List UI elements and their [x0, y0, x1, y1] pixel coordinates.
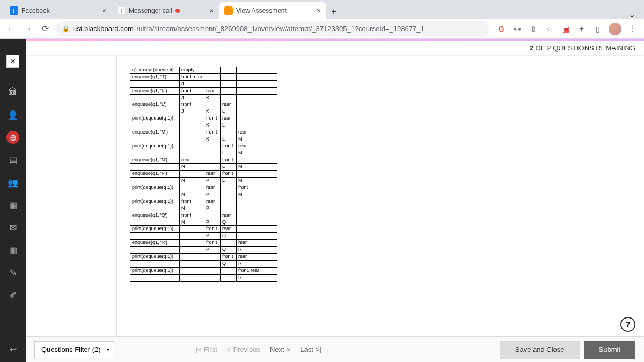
profile-icon[interactable]: 👤	[6, 108, 19, 121]
table-cell: L	[221, 136, 237, 143]
table-cell: R	[237, 260, 261, 267]
activity-icon[interactable]: ⊕	[6, 131, 19, 144]
table-cell	[180, 254, 204, 261]
grades-icon[interactable]: ▥	[6, 243, 19, 256]
table-cell: enqueue(q1, 'M')	[130, 129, 180, 136]
blackboard-nav: 🏛 👤 ⊕ ▤ 👥 ▦ ✉ ▥ ✎ ✐ ↩	[0, 39, 26, 362]
new-tab-button[interactable]: +	[326, 4, 341, 19]
table-cell: rear	[204, 87, 221, 94]
table-cell: front	[180, 101, 204, 108]
table-cell	[237, 73, 261, 80]
institution-icon[interactable]: 🏛	[6, 86, 19, 99]
table-cell: M	[237, 150, 261, 157]
table-cell	[261, 94, 277, 101]
back-button[interactable]: ←	[4, 23, 17, 35]
google-icon[interactable]: G	[496, 24, 507, 34]
table-cell	[130, 122, 180, 129]
table-cell	[237, 101, 261, 108]
table-cell	[261, 150, 277, 157]
table-cell	[221, 184, 237, 191]
table-cell: print(dequeue(q 1))	[130, 115, 180, 122]
forward-button[interactable]: →	[21, 23, 34, 35]
table-cell: L	[221, 178, 237, 184]
table-cell	[180, 171, 204, 178]
table-cell: fron t	[221, 143, 237, 150]
submit-button[interactable]: Submit	[584, 341, 635, 359]
tab-messenger[interactable]: f Messenger call ×	[112, 2, 219, 19]
close-icon[interactable]: ×	[102, 6, 106, 15]
table-cell	[237, 198, 261, 205]
calendar-icon[interactable]: ▦	[6, 198, 19, 211]
table-cell	[130, 150, 180, 157]
next-button[interactable]: Next >	[270, 345, 290, 353]
table-cell	[221, 191, 237, 198]
reload-button[interactable]: ⟳	[39, 23, 52, 35]
table-cell	[130, 274, 180, 281]
star-icon[interactable]: ☆	[544, 24, 555, 34]
table-cell: L	[221, 122, 237, 129]
facebook-icon: f	[10, 6, 18, 15]
previous-button[interactable]: < Previous	[227, 345, 260, 353]
reader-icon[interactable]: ▯	[592, 24, 603, 34]
chevron-down-icon[interactable]: ⌄	[628, 9, 635, 19]
table-cell	[204, 212, 221, 219]
table-cell	[261, 205, 277, 212]
table-cell	[180, 260, 204, 267]
table-cell	[130, 260, 180, 267]
capture-icon[interactable]: ▣	[560, 24, 571, 34]
table-cell	[261, 73, 277, 80]
table-cell	[261, 115, 277, 122]
table-cell	[180, 274, 204, 281]
table-cell: print(dequeue(q 1))	[130, 143, 180, 150]
table-cell: front	[180, 87, 204, 94]
messages-icon[interactable]: ✉	[6, 221, 19, 234]
last-button[interactable]: Last >|	[300, 345, 321, 353]
table-cell	[180, 143, 204, 150]
more-icon[interactable]: ⋮	[627, 24, 638, 34]
table-cell	[130, 178, 180, 184]
key-icon[interactable]: ⊶	[512, 24, 523, 34]
table-cell	[261, 108, 277, 115]
table-cell: fron t	[221, 157, 237, 164]
signout-icon[interactable]: ↩	[6, 343, 19, 356]
profile-avatar[interactable]	[609, 23, 621, 35]
table-cell	[261, 240, 277, 247]
table-cell	[237, 115, 261, 122]
table-cell	[130, 164, 180, 171]
close-assessment-button[interactable]: ✕	[6, 55, 19, 68]
table-cell	[180, 267, 204, 274]
url-input[interactable]: 🔒 ust.blackboard.com/ultra/stream/assess…	[56, 21, 489, 36]
recording-dot-icon	[175, 9, 180, 13]
tab-facebook[interactable]: f Facebook ×	[4, 2, 112, 19]
table-cell	[261, 184, 277, 191]
table-cell: rear	[204, 184, 221, 191]
groups-icon[interactable]: 👥	[6, 176, 19, 189]
table-cell	[237, 226, 261, 233]
help-button[interactable]: ?	[620, 317, 635, 332]
close-icon[interactable]: ×	[209, 6, 214, 15]
table-cell	[130, 136, 180, 143]
tools-icon[interactable]: ✎	[6, 266, 19, 279]
table-cell: P	[204, 247, 221, 254]
questions-filter-dropdown[interactable]: Questions Filter (2)	[34, 341, 114, 358]
close-icon[interactable]: ×	[317, 6, 321, 15]
tab-assessment[interactable]: View Assessment ×	[219, 2, 326, 19]
share-icon[interactable]: ⇧	[528, 24, 539, 34]
table-cell	[130, 94, 180, 101]
table-cell: R	[237, 274, 261, 281]
table-cell: rear	[237, 143, 261, 150]
table-cell: fron t	[204, 240, 221, 247]
table-cell: print(dequeue(q 1))	[130, 184, 180, 191]
extensions-icon[interactable]: ✦	[576, 24, 587, 34]
table-cell: enqueue(q1, 'L')	[130, 101, 180, 108]
table-cell	[261, 233, 277, 240]
table-cell	[130, 191, 180, 198]
save-and-close-button[interactable]: Save and Close	[500, 341, 580, 359]
table-cell	[204, 73, 221, 80]
table-cell	[204, 254, 221, 261]
table-cell	[261, 164, 277, 171]
first-button[interactable]: |< First	[196, 345, 217, 353]
courses-icon[interactable]: ▤	[6, 153, 19, 166]
table-cell	[180, 150, 204, 157]
assist-icon[interactable]: ✐	[6, 289, 19, 301]
